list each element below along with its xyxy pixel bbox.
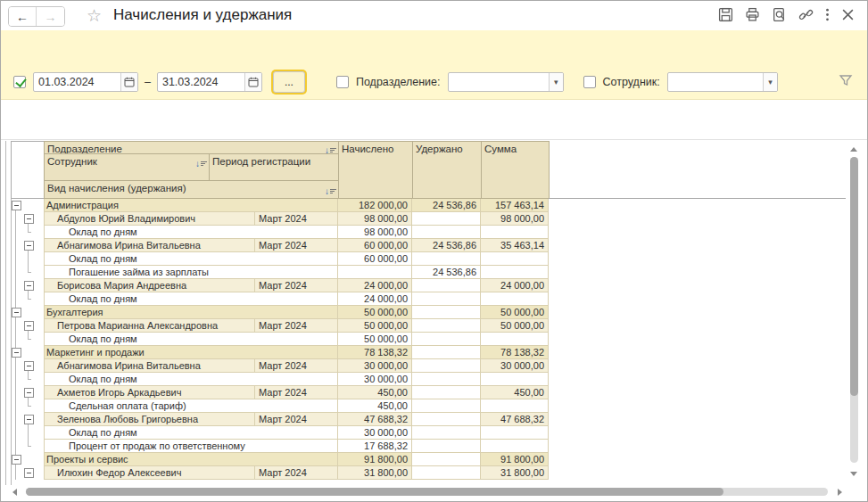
cell-label[interactable]: Абнагимова Ирина Витальевна	[44, 359, 255, 373]
cell-accrued[interactable]: 50 000,00	[338, 333, 412, 346]
cell-total[interactable]: 450,00	[481, 386, 549, 399]
cell-withheld[interactable]	[412, 413, 481, 426]
cell-label[interactable]: Администрация	[44, 199, 338, 212]
scroll-up-arrow[interactable]	[850, 147, 857, 152]
table-row[interactable]: Ахметов Игорь АркадьевичМарт 2024450,004…	[11, 386, 550, 399]
calendar-icon[interactable]	[120, 73, 137, 91]
cell-period[interactable]: Март 2024	[255, 413, 338, 426]
cell-withheld[interactable]	[412, 426, 481, 440]
chevron-down-icon[interactable]	[549, 73, 563, 91]
close-icon[interactable]	[841, 8, 855, 21]
collapse-toggle[interactable]	[24, 281, 34, 291]
scrollbar-thumb[interactable]	[26, 488, 723, 496]
collapse-toggle[interactable]	[12, 455, 21, 465]
cell-accrued[interactable]: 91 800,00	[338, 453, 412, 466]
table-row[interactable]: Маркетинг и продажи78 138,3278 138,32	[11, 346, 550, 359]
cell-total[interactable]	[481, 333, 549, 346]
cell-label[interactable]: Сдельная оплата (тариф)	[44, 399, 338, 413]
save-icon[interactable]	[718, 7, 733, 22]
collapse-toggle[interactable]	[24, 214, 34, 224]
cell-label[interactable]: Абнагимова Ирина Витальевна	[44, 239, 255, 252]
cell-total[interactable]: 47 688,32	[481, 413, 549, 426]
cell-withheld[interactable]	[412, 399, 481, 413]
collapse-toggle[interactable]	[24, 361, 34, 371]
table-row[interactable]: Борисова Мария АндреевнаМарт 202424 000,…	[11, 279, 550, 292]
cell-period[interactable]: Март 2024	[255, 319, 338, 333]
cell-period[interactable]: Март 2024	[255, 466, 338, 480]
cell-accrued[interactable]: 50 000,00	[338, 306, 412, 319]
cell-accrued[interactable]: 450,00	[338, 399, 412, 413]
cell-accrued[interactable]: 50 000,00	[338, 319, 412, 333]
cell-withheld[interactable]: 24 536,86	[412, 239, 481, 252]
cell-total[interactable]: 50 000,00	[481, 319, 549, 333]
cell-accrued[interactable]: 60 000,00	[338, 252, 412, 266]
table-row[interactable]: Оклад по дням30 000,00	[11, 426, 550, 440]
cell-label[interactable]: Илюхин Федор Алексеевич	[44, 466, 255, 480]
cell-withheld[interactable]	[412, 359, 481, 373]
cell-total[interactable]: 91 800,00	[481, 453, 549, 466]
period-checkbox[interactable]	[13, 76, 26, 88]
table-row[interactable]: Петрова Марианна АлександровнаМарт 20245…	[11, 319, 550, 333]
cell-label[interactable]: Абдулов Юрий Владимирович	[44, 212, 255, 226]
collapse-toggle[interactable]	[24, 321, 34, 331]
cell-total[interactable]	[481, 292, 549, 306]
cell-accrued[interactable]: 24 000,00	[338, 292, 412, 306]
table-row[interactable]: Оклад по дням30 000,00	[11, 373, 550, 386]
sort-icon[interactable]	[325, 185, 336, 197]
table-row[interactable]: Зеленова Любовь ГригорьевнаМарт 202447 6…	[11, 413, 550, 426]
collapse-toggle[interactable]	[24, 415, 34, 424]
column-header-reg-period[interactable]: Период регистрации	[209, 153, 339, 181]
cell-withheld[interactable]	[412, 292, 481, 306]
cell-label[interactable]: Оклад по дням	[44, 252, 338, 266]
cell-label[interactable]: Бухгалтерия	[44, 306, 338, 319]
division-checkbox[interactable]	[336, 76, 349, 88]
cell-label[interactable]: Оклад по дням	[44, 292, 338, 306]
scroll-left-arrow[interactable]	[12, 489, 17, 496]
cell-total[interactable]	[481, 440, 549, 453]
cell-accrued[interactable]: 31 800,00	[338, 466, 412, 480]
cell-total[interactable]: 78 138,32	[481, 346, 549, 359]
cell-total[interactable]: 157 463,14	[481, 199, 549, 212]
cell-total[interactable]	[481, 252, 549, 266]
collapse-toggle[interactable]	[12, 348, 21, 358]
column-header-withheld[interactable]: Удержано	[412, 141, 482, 199]
cell-label[interactable]: Петрова Марианна Александровна	[44, 319, 255, 333]
cell-withheld[interactable]	[412, 279, 481, 292]
cell-label[interactable]: Процент от продаж по ответственному	[44, 440, 338, 453]
table-row[interactable]: Проекты и сервис91 800,0091 800,00	[11, 453, 550, 466]
cell-label[interactable]: Погашение займа из зарплаты	[44, 266, 338, 279]
cell-total[interactable]	[481, 373, 549, 386]
cell-withheld[interactable]	[412, 346, 481, 359]
print-icon[interactable]	[745, 7, 760, 22]
cell-period[interactable]: Март 2024	[255, 239, 338, 252]
forward-button[interactable]: →	[37, 7, 64, 26]
cell-label[interactable]: Оклад по дням	[44, 426, 338, 440]
cell-withheld[interactable]	[412, 252, 481, 266]
period-variants-button[interactable]: ...	[273, 71, 305, 93]
cell-accrued[interactable]	[338, 266, 412, 279]
cell-total[interactable]	[481, 426, 549, 440]
column-header-total[interactable]: Сумма	[481, 141, 550, 199]
cell-accrued[interactable]: 17 688,32	[338, 440, 412, 453]
cell-withheld[interactable]	[412, 440, 481, 453]
link-icon[interactable]	[798, 7, 814, 22]
cell-total[interactable]	[481, 266, 549, 279]
cell-total[interactable]: 35 463,14	[481, 239, 549, 252]
back-button[interactable]: ←	[9, 7, 37, 26]
cell-period[interactable]: Март 2024	[255, 386, 338, 399]
more-menu-icon[interactable]	[825, 7, 830, 22]
column-header-employee[interactable]: Сотрудник	[44, 153, 210, 181]
cell-label[interactable]: Проекты и сервис	[44, 453, 338, 466]
cell-accrued[interactable]: 30 000,00	[338, 373, 412, 386]
cell-withheld[interactable]	[412, 226, 481, 239]
table-row[interactable]: Абдулов Юрий ВладимировичМарт 202498 000…	[11, 212, 550, 226]
cell-period[interactable]: Март 2024	[255, 212, 338, 226]
cell-accrued[interactable]: 60 000,00	[338, 239, 412, 252]
table-row[interactable]: Оклад по дням98 000,00	[11, 226, 550, 239]
cell-label[interactable]: Оклад по дням	[44, 373, 338, 386]
cell-total[interactable]: 24 000,00	[481, 279, 549, 292]
cell-accrued[interactable]: 78 138,32	[338, 346, 412, 359]
scroll-right-arrow[interactable]	[838, 489, 842, 496]
cell-total[interactable]: 50 000,00	[481, 306, 549, 319]
vertical-scrollbar[interactable]	[848, 142, 860, 482]
